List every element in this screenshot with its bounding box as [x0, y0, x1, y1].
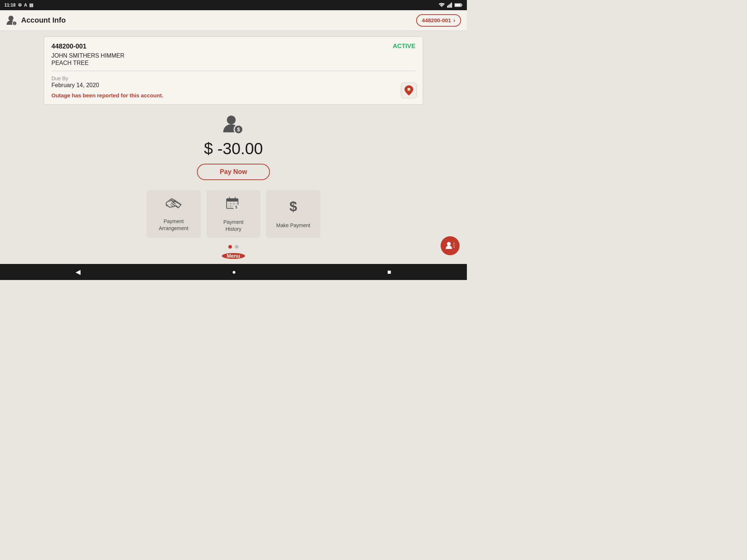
svg-rect-2: [450, 4, 451, 8]
app-bar: i Account Info 448200-001 ›: [0, 10, 467, 31]
svg-text:$: $: [290, 199, 297, 214]
svg-rect-6: [455, 4, 461, 7]
svg-point-12: [227, 116, 236, 124]
account-number: 448200-001: [51, 43, 415, 50]
menu-label: Menu: [227, 253, 240, 259]
pay-now-button[interactable]: Pay Now: [197, 164, 270, 180]
nav-back-button[interactable]: ◀: [76, 268, 81, 276]
payment-history-tile[interactable]: $ PaymentHistory: [206, 190, 260, 238]
payment-history-label: PaymentHistory: [223, 219, 243, 232]
nav-bar: ◀ ● ■: [0, 264, 467, 280]
status-bar-left: 11:18 ⚙ A ▤: [4, 3, 33, 8]
app-bar-title: Account Info: [21, 16, 66, 24]
settings-icon: ⚙: [18, 3, 22, 8]
svg-rect-0: [447, 5, 448, 8]
dollar-sign-icon: $: [285, 199, 301, 218]
calendar-dollar-icon: $: [225, 196, 241, 215]
outage-warning: Outage has been reported for this accoun…: [51, 92, 415, 98]
svg-rect-19: [227, 199, 238, 202]
battery-icon: [454, 3, 462, 7]
svg-rect-3: [451, 3, 452, 8]
account-status: ACTIVE: [393, 43, 415, 50]
main-content: 448200-001 ACTIVE JOHN SMITHERS HIMMER P…: [0, 31, 467, 264]
outage-location-button[interactable]: ⚡: [401, 82, 417, 98]
svg-text:i: i: [14, 22, 15, 26]
svg-text:$: $: [235, 205, 237, 210]
payment-arrangement-tile[interactable]: PaymentArrangement: [147, 190, 201, 238]
chevron-right-icon: ›: [453, 17, 455, 24]
accessibility-icon: A: [24, 3, 27, 8]
balance-amount: $ -30.00: [204, 140, 263, 158]
location-pin-icon: ⚡: [405, 85, 413, 96]
contacts-icon: [445, 241, 455, 251]
payment-arrangement-label: PaymentArrangement: [159, 218, 189, 231]
dot-2: [235, 245, 239, 249]
account-chip[interactable]: 448200-001 ›: [416, 14, 461, 27]
account-chip-text: 448200-001: [422, 17, 451, 23]
menu-fab[interactable]: Menu: [222, 253, 245, 259]
balance-section: $ $ -30.00 Pay Now: [197, 113, 270, 180]
status-time: 11:18: [4, 3, 16, 8]
account-card: 448200-001 ACTIVE JOHN SMITHERS HIMMER P…: [44, 36, 423, 105]
account-name: JOHN SMITHERS HIMMER: [51, 52, 415, 59]
svg-rect-1: [449, 5, 450, 8]
svg-point-7: [8, 16, 13, 21]
pagination-dots: [228, 245, 239, 249]
svg-text:⚡: ⚡: [407, 88, 411, 91]
nav-recent-button[interactable]: ■: [387, 268, 391, 276]
due-label: Due By: [51, 75, 415, 81]
app-bar-left: i Account Info: [6, 15, 66, 26]
svg-point-29: [447, 242, 451, 246]
svg-text:$: $: [237, 127, 240, 132]
dot-1: [228, 245, 232, 249]
account-icon: i: [6, 15, 18, 26]
wifi-icon: [438, 3, 445, 8]
make-payment-tile[interactable]: $ Make Payment: [266, 190, 320, 238]
due-date: February 14, 2020: [51, 82, 415, 89]
contacts-fab[interactable]: [441, 236, 460, 255]
handshake-icon: [165, 197, 182, 214]
nav-home-button[interactable]: ●: [232, 268, 236, 276]
svg-rect-5: [461, 4, 462, 6]
status-bar: 11:18 ⚙ A ▤: [0, 0, 467, 10]
sim-icon: ▤: [29, 3, 33, 8]
status-bar-right: [438, 3, 462, 8]
balance-icon: $: [222, 113, 245, 137]
account-location: PEACH TREE: [51, 60, 415, 66]
action-tiles-row: PaymentArrangement $: [147, 190, 320, 238]
card-divider: [51, 71, 415, 71]
signal-icon: [447, 3, 452, 8]
make-payment-label: Make Payment: [276, 222, 310, 229]
